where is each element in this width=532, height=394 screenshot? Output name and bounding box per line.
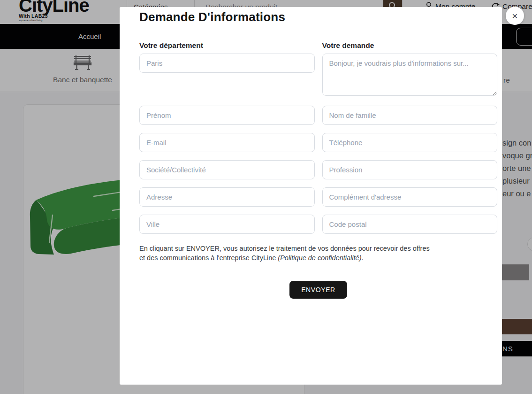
- city-input[interactable]: [139, 215, 315, 234]
- consent-disclaimer: En cliquant sur ENVOYER, vous autorisez …: [139, 244, 431, 263]
- submit-row: ENVOYER: [139, 281, 497, 299]
- modal-title: Demande D'informations: [139, 10, 497, 24]
- zip-input[interactable]: [322, 215, 498, 234]
- email-input[interactable]: [139, 133, 315, 152]
- profession-input[interactable]: [322, 160, 498, 179]
- request-textarea[interactable]: [322, 54, 498, 96]
- last-name-input[interactable]: [322, 106, 498, 125]
- company-input[interactable]: [139, 160, 315, 179]
- first-name-input[interactable]: [139, 106, 315, 125]
- send-button[interactable]: ENVOYER: [289, 281, 347, 299]
- department-input[interactable]: [139, 54, 315, 73]
- request-label: Votre demande: [322, 41, 498, 50]
- modal-close-button[interactable]: ×: [506, 7, 524, 25]
- disclaimer-period: .: [361, 254, 363, 262]
- information-request-modal: Demande D'informations Votre département…: [120, 7, 502, 385]
- department-field-group: Votre département: [139, 41, 315, 73]
- address-input[interactable]: [139, 187, 315, 207]
- information-request-form: Votre département Votre demande En cliqu…: [139, 41, 497, 299]
- request-field-group: Votre demande: [322, 41, 498, 98]
- close-icon: ×: [512, 10, 517, 21]
- address2-input[interactable]: [322, 187, 498, 207]
- department-label: Votre département: [139, 41, 315, 50]
- phone-input[interactable]: [322, 133, 498, 152]
- privacy-policy-link[interactable]: (Politique de confidentialité): [278, 254, 361, 262]
